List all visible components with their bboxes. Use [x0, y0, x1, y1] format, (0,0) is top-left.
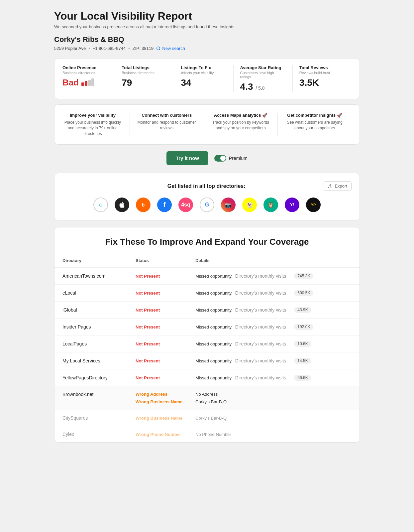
visits-badge: 66.6K [294, 375, 311, 381]
report-subtitle: We scanned your business presence across… [54, 24, 360, 29]
dir-name: Brownbook.net [62, 392, 136, 397]
table-row: iGlobal Not Present Missed opportunity. … [54, 302, 360, 319]
arrow-icon: → [287, 325, 291, 329]
export-label: Export [335, 184, 347, 189]
status-badge: Not Present [136, 358, 195, 363]
table-row: AmericanTowns.com Not Present Missed opp… [54, 268, 360, 285]
status-badge: Not Present [136, 325, 195, 330]
toggle-switch[interactable] [214, 155, 226, 162]
status-badge-extra: Wrong Business Name [136, 399, 195, 404]
detail-link: Directory's monthly visits [235, 341, 286, 346]
detail-link: Directory's monthly visits [235, 375, 286, 380]
stat-label-fix: Listings To Fix [181, 65, 226, 70]
table-row: CitySquares Wrong Business Name Corky's … [54, 410, 360, 426]
table-row: Brownbook.net Wrong Address Wrong Busine… [54, 386, 360, 410]
detail-prefix: Missed opportunity. [195, 325, 233, 330]
feature-visibility: Improve your visibility Place your busin… [62, 113, 130, 136]
detail-prefix: No Address [195, 392, 352, 397]
table-row: LocalPages Not Present Missed opportunit… [54, 335, 360, 352]
cta-row: Try it now Premium [54, 151, 360, 165]
table-header: Directory Status Details [54, 254, 360, 268]
feature-desc-maps: Track your position by keywords and spy … [211, 120, 271, 131]
detail-prefix: Corky's Bar-B-Q [195, 416, 352, 421]
arrow-icon: → [287, 308, 291, 312]
dir-name: iGlobal [62, 307, 136, 313]
multi-status-cell: Wrong Address Wrong Business Name [136, 392, 195, 404]
try-it-now-button[interactable]: Try it now [166, 151, 208, 165]
dir-name: CitySquares [62, 415, 136, 421]
instagram-icon[interactable]: 📷 [221, 198, 236, 212]
feature-desc-customers: Monitor and respond to customer reviews [137, 120, 197, 131]
fix-header: Fix These To Improve And Expand Your Cov… [54, 227, 360, 254]
alexa-icon[interactable]: ○ [93, 198, 108, 212]
dir-name: LocalPages [62, 341, 136, 346]
detail-cell: Missed opportunity. Directory's monthly … [195, 341, 352, 347]
yahoo-icon[interactable]: Y! [285, 198, 299, 212]
feature-title-customers: Connect with customers [137, 113, 197, 118]
tripadvisor-icon[interactable]: 🦉 [263, 198, 278, 212]
feature-title-visibility: Improve your visibility [62, 113, 123, 118]
detail-cell: Missed opportunity. Directory's monthly … [195, 307, 352, 313]
yellowpages-icon[interactable]: YP [306, 198, 321, 212]
snapchat-icon[interactable]: 👻 [242, 198, 257, 212]
google-icon[interactable]: G [200, 198, 214, 212]
feature-desc-visibility: Place your business info quickly and acc… [62, 120, 123, 136]
premium-toggle[interactable]: Premium [214, 155, 248, 162]
facebook-icon[interactable]: f [157, 198, 172, 212]
arrow-icon: → [287, 291, 291, 295]
detail-cell: Missed opportunity. Directory's monthly … [195, 290, 352, 296]
directories-title: Get listed in all top directories: [89, 183, 324, 189]
feature-competitor: Get competitor insights 🚀 See what custo… [278, 113, 352, 136]
detail-prefix: No Phone Number [195, 432, 352, 437]
stat-value-presence: Bad [62, 77, 108, 88]
stat-listings-fix: Listings To Fix Affects your visibility … [174, 65, 233, 92]
stat-sublabel-presence: Business directories [62, 71, 108, 75]
stat-total-reviews: Total Reviews Reviews build trust 3.5K [293, 65, 352, 92]
business-phone: +1 901-685-9744 [93, 46, 126, 51]
new-search-link[interactable]: New search [156, 46, 185, 51]
bar-1 [81, 82, 84, 86]
feature-title-maps: Access Maps analytics 🚀 [211, 113, 271, 118]
detail-prefix: Missed opportunity. [195, 291, 233, 296]
visits-badge: 600.5K [294, 290, 313, 296]
visits-badge: 745.3K [294, 273, 313, 279]
feature-desc-competitor: See what customers are saying about your… [284, 120, 345, 131]
search-icon [156, 46, 161, 51]
page-wrapper: Your Local Visibility Report We scanned … [48, 0, 366, 453]
stat-sublabel-reviews: Reviews build trust [299, 71, 345, 75]
table-row: Cylex Wrong Phone Number No Phone Number [54, 426, 360, 442]
apple-logo [118, 201, 126, 208]
status-badge: Not Present [136, 274, 195, 279]
stat-label-presence: Online Presence [62, 65, 108, 70]
arrow-icon: → [287, 358, 291, 363]
dir-name: My Local Services [62, 358, 136, 363]
detail-link: Directory's monthly visits [235, 307, 286, 313]
table-row: Insider Pages Not Present Missed opportu… [54, 319, 360, 335]
col-header-directory: Directory [62, 258, 136, 263]
arrow-icon: → [287, 274, 291, 278]
bing-icon[interactable]: b [136, 198, 151, 212]
dot-separator-2: • [128, 46, 130, 51]
stat-sublabel-fix: Affects your visibility [181, 71, 226, 75]
new-search-label: New search [162, 46, 185, 51]
dir-name: eLocal [62, 290, 136, 296]
col-header-status: Status [136, 258, 195, 263]
business-address: 5259 Poplar Ave [54, 46, 86, 51]
dir-name: YellowPagesDirectory [62, 375, 136, 380]
status-badge: Wrong Address [136, 392, 195, 397]
stat-sublabel-listings: Business directories [122, 71, 167, 75]
export-icon [328, 184, 333, 189]
detail-prefix: Missed opportunity. [195, 274, 233, 279]
business-meta: 5259 Poplar Ave • +1 901-685-9744 • ZIP:… [54, 46, 360, 51]
detail-prefix: Missed opportunity. [195, 308, 233, 313]
rating-max: / 5.0 [256, 85, 264, 91]
apple-icon[interactable] [115, 198, 129, 212]
foursquare-icon[interactable]: 4sq [178, 198, 193, 212]
visits-badge: 14.5K [294, 358, 311, 364]
stat-label-rating: Average Star Rating [240, 65, 286, 70]
feature-title-competitor: Get competitor insights 🚀 [284, 113, 345, 118]
export-button[interactable]: Export [324, 181, 352, 191]
stat-label-reviews: Total Reviews [299, 65, 345, 70]
status-badge: Not Present [136, 375, 195, 380]
stat-value-fix: 34 [181, 77, 226, 88]
